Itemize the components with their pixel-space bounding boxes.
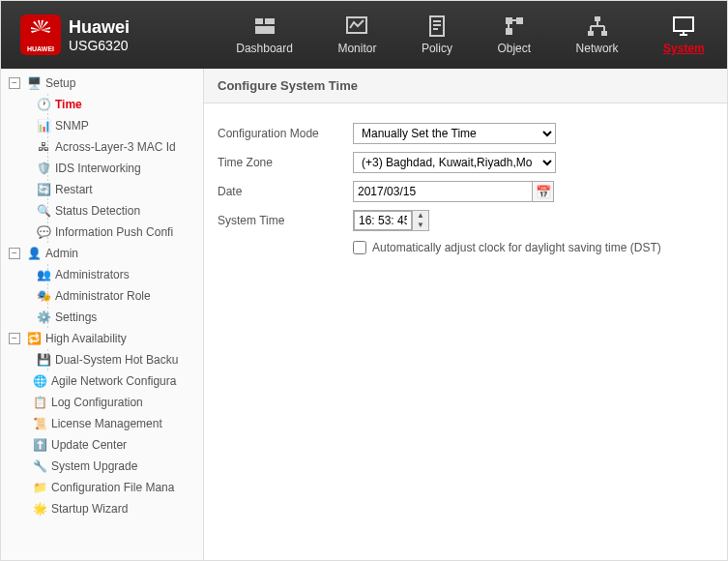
- snmp-icon: 📊: [36, 118, 51, 133]
- tree-snmp[interactable]: 📊SNMP: [28, 115, 203, 136]
- dashboard-icon: [253, 15, 277, 38]
- search-icon: 🔍: [36, 203, 51, 219]
- nav-dashboard[interactable]: Dashboard: [226, 7, 303, 63]
- svg-rect-16: [588, 31, 594, 36]
- tree-settings[interactable]: ⚙️Settings: [28, 307, 203, 328]
- label-date: Date: [218, 185, 353, 198]
- tree-admin-role[interactable]: 🎭Administrator Role: [28, 285, 203, 307]
- system-icon: [672, 15, 695, 38]
- monitor-icon: [345, 15, 368, 38]
- input-system-time[interactable]: [354, 211, 412, 230]
- tree-restart[interactable]: 🔄Restart: [28, 179, 203, 200]
- logo-area: HUAWEI Huawei USG6320: [1, 15, 214, 55]
- tree-startup[interactable]: 🌟Startup Wizard: [1, 498, 203, 519]
- svg-rect-3: [265, 18, 275, 24]
- content-panel: Configure System Time Configuration Mode…: [204, 69, 727, 560]
- select-timezone[interactable]: (+3) Baghdad, Kuwait,Riyadh,Mo: [353, 152, 556, 173]
- network-icon: [586, 15, 609, 38]
- svg-rect-17: [601, 31, 607, 36]
- svg-rect-15: [595, 16, 600, 21]
- info-icon: 💬: [36, 224, 51, 240]
- tree-ids[interactable]: 🛡️IDS Interworking: [28, 158, 203, 179]
- object-icon: [503, 15, 526, 38]
- nav-policy[interactable]: Policy: [412, 7, 462, 63]
- restart-icon: 🔄: [36, 182, 51, 197]
- policy-icon: [425, 15, 449, 38]
- tree-dual-system[interactable]: 💾Dual-System Hot Backu: [28, 349, 203, 370]
- svg-rect-2: [255, 18, 263, 24]
- setup-icon: 🖥️: [26, 75, 42, 91]
- time-spin-down[interactable]: ▼: [413, 221, 428, 230]
- label-dst: Automatically adjust clock for daylight …: [372, 241, 661, 254]
- svg-rect-12: [506, 28, 512, 35]
- collapse-icon[interactable]: −: [9, 333, 20, 344]
- top-nav: Dashboard Monitor Policy Object Network …: [214, 1, 727, 69]
- label-system-time: System Time: [218, 214, 353, 227]
- tree-administrators[interactable]: 👥Administrators: [28, 264, 203, 285]
- tree-log[interactable]: 📋Log Configuration: [1, 392, 203, 413]
- tree-admin[interactable]: − 👤 Admin: [1, 243, 203, 264]
- tree-setup[interactable]: − 🖥️ Setup: [1, 73, 203, 94]
- input-date[interactable]: [353, 181, 533, 202]
- tree-info-push[interactable]: 💬Information Push Confi: [28, 221, 203, 243]
- calendar-button[interactable]: 📅: [533, 181, 554, 202]
- layer-icon: 🖧: [36, 139, 51, 155]
- log-icon: 📋: [32, 395, 47, 410]
- label-timezone: Time Zone: [218, 156, 353, 169]
- agile-icon: 🌐: [32, 373, 47, 389]
- shield-icon: 🛡️: [36, 161, 51, 176]
- svg-rect-22: [674, 17, 693, 31]
- tree-update[interactable]: ⬆️Update Center: [1, 434, 203, 456]
- clock-icon: 🕐: [36, 97, 51, 112]
- gear-icon: ⚙️: [36, 310, 51, 325]
- collapse-icon[interactable]: −: [9, 248, 20, 259]
- tree-time[interactable]: 🕐Time: [28, 94, 203, 115]
- tree-license[interactable]: 📜License Management: [1, 413, 203, 434]
- users-icon: 👥: [36, 267, 51, 282]
- time-spin-up[interactable]: ▲: [413, 211, 428, 221]
- nav-monitor[interactable]: Monitor: [328, 7, 386, 63]
- nav-network[interactable]: Network: [567, 7, 628, 63]
- tree-config-file[interactable]: 📁Configuration File Mana: [1, 477, 203, 498]
- label-config-mode: Configuration Mode: [218, 127, 353, 140]
- license-icon: 📜: [32, 416, 47, 431]
- app-header: HUAWEI Huawei USG6320 Dashboard Monitor …: [1, 1, 727, 69]
- svg-text:HUAWEI: HUAWEI: [27, 45, 54, 52]
- admin-icon: 👤: [26, 246, 42, 261]
- nav-system[interactable]: System: [654, 7, 714, 63]
- panel-title: Configure System Time: [204, 69, 727, 103]
- sidebar-tree: − 🖥️ Setup 🕐Time 📊SNMP 🖧Across-Layer-3 M…: [1, 69, 204, 560]
- ha-icon: 🔁: [26, 331, 42, 346]
- update-icon: ⬆️: [32, 437, 47, 453]
- tree-upgrade[interactable]: 🔧System Upgrade: [1, 456, 203, 477]
- upgrade-icon: 🔧: [32, 458, 47, 474]
- svg-rect-11: [516, 17, 523, 24]
- calendar-icon: 📅: [536, 185, 551, 199]
- tree-status-detection[interactable]: 🔍Status Detection: [28, 200, 203, 221]
- svg-rect-4: [255, 26, 275, 34]
- nav-object[interactable]: Object: [487, 7, 540, 63]
- tree-across-layer[interactable]: 🖧Across-Layer-3 MAC Id: [28, 136, 203, 158]
- checkbox-dst[interactable]: [353, 241, 366, 254]
- brand-name: Huawei: [69, 17, 130, 38]
- select-config-mode[interactable]: Manually Set the Time: [353, 123, 556, 144]
- backup-icon: 💾: [36, 352, 51, 368]
- role-icon: 🎭: [36, 288, 51, 304]
- file-icon: 📁: [32, 480, 47, 495]
- tree-ha[interactable]: − 🔁 High Availability: [1, 328, 203, 349]
- model-name: USG6320: [69, 38, 130, 53]
- huawei-logo-icon: HUAWEI: [20, 15, 61, 55]
- svg-rect-10: [506, 17, 512, 24]
- wizard-icon: 🌟: [32, 501, 47, 517]
- tree-agile[interactable]: 🌐Agile Network Configura: [1, 370, 203, 392]
- collapse-icon[interactable]: −: [9, 77, 20, 89]
